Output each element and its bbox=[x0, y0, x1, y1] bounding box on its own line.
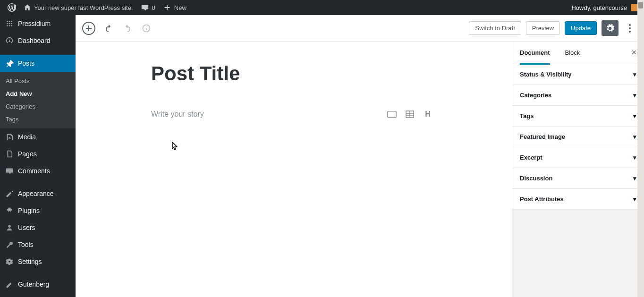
sidebar-item-settings[interactable]: Settings bbox=[0, 253, 76, 270]
submenu-tags[interactable]: Tags bbox=[0, 113, 76, 126]
sidebar-item-tools[interactable]: Tools bbox=[0, 236, 76, 253]
sidebar-item-appearance[interactable]: Appearance bbox=[0, 185, 76, 202]
chevron-down-icon: ▾ bbox=[633, 112, 636, 119]
svg-point-7 bbox=[9, 25, 10, 26]
undo-button[interactable] bbox=[100, 20, 117, 37]
posts-submenu: All Posts Add New Categories Tags bbox=[0, 72, 76, 128]
sidebar-item-plugins[interactable]: Plugins bbox=[0, 202, 76, 219]
insert-heading-icon[interactable]: H bbox=[423, 110, 432, 119]
appearance-icon bbox=[5, 189, 14, 198]
svg-point-1 bbox=[9, 21, 10, 22]
sidebar-item-dashboard[interactable]: Dashboard bbox=[0, 32, 76, 49]
plus-icon bbox=[163, 3, 171, 12]
svg-point-13 bbox=[629, 27, 631, 29]
window-scrollbar[interactable] bbox=[637, 0, 644, 297]
panel-section-post-attributes[interactable]: Post Attributes ▾ bbox=[512, 189, 644, 210]
sidebar-item-label: Tools bbox=[18, 241, 34, 248]
panel-section-label: Excerpt bbox=[520, 154, 542, 161]
svg-point-8 bbox=[11, 25, 12, 26]
sidebar-item-gutenberg[interactable]: Gutenberg bbox=[0, 276, 76, 293]
block-placeholder[interactable]: Write your story bbox=[151, 110, 204, 119]
new-content-menu[interactable]: New bbox=[159, 0, 190, 15]
panel-section-label: Categories bbox=[520, 92, 551, 99]
sidebar-item-media[interactable]: Media bbox=[0, 128, 76, 145]
redo-button[interactable] bbox=[119, 20, 136, 37]
panel-section-discussion[interactable]: Discussion ▾ bbox=[512, 168, 644, 189]
gutenberg-icon bbox=[5, 280, 14, 289]
chevron-down-icon: ▾ bbox=[633, 71, 636, 78]
sidebar-item-label: Posts bbox=[18, 59, 34, 67]
cursor-icon bbox=[172, 142, 178, 153]
svg-point-6 bbox=[7, 25, 8, 26]
svg-point-5 bbox=[11, 23, 12, 25]
chevron-down-icon: ▾ bbox=[633, 175, 636, 182]
panel-section-label: Featured Image bbox=[520, 133, 565, 140]
sidebar-item-comments[interactable]: Comments bbox=[0, 162, 76, 179]
sidebar-item-posts[interactable]: Posts bbox=[0, 55, 76, 72]
info-button[interactable] bbox=[138, 20, 155, 37]
editor-toolbar: Switch to Draft Preview Update bbox=[76, 15, 644, 42]
insert-table-icon[interactable] bbox=[405, 110, 415, 119]
sidebar-item-users[interactable]: Users bbox=[0, 219, 76, 236]
admin-bar: Your new super fast WordPress site. 0 Ne… bbox=[0, 0, 644, 15]
pressidium-icon bbox=[5, 19, 14, 28]
editor-main: Switch to Draft Preview Update Write you… bbox=[76, 15, 644, 297]
sidebar-item-label: Dashboard bbox=[18, 37, 51, 44]
svg-point-14 bbox=[629, 31, 631, 33]
sidebar-item-label: Settings bbox=[18, 258, 42, 265]
settings-panel: Document Block × Status & Visibility ▾ C… bbox=[512, 42, 644, 297]
submenu-categories[interactable]: Categories bbox=[0, 100, 76, 113]
svg-point-3 bbox=[7, 23, 8, 25]
more-menu-button[interactable] bbox=[623, 20, 636, 37]
sidebar-item-label: Media bbox=[18, 133, 36, 141]
howdy-text: Howdy, gutencourse bbox=[571, 4, 627, 11]
comment-icon bbox=[141, 3, 149, 12]
svg-rect-15 bbox=[388, 111, 396, 118]
sidebar-item-pressidium[interactable]: Pressidium bbox=[0, 15, 76, 32]
sidebar-item-label: Users bbox=[18, 224, 35, 231]
scrollbar-thumb[interactable] bbox=[638, 2, 643, 8]
plugins-icon bbox=[5, 206, 14, 215]
post-title-input[interactable] bbox=[151, 60, 436, 87]
comments-menu[interactable]: 0 bbox=[137, 0, 159, 15]
new-content-label: New bbox=[174, 4, 186, 11]
tab-block[interactable]: Block bbox=[558, 42, 588, 64]
submenu-add-new[interactable]: Add New bbox=[0, 87, 76, 100]
panel-section-status[interactable]: Status & Visibility ▾ bbox=[512, 64, 644, 85]
tools-icon bbox=[5, 240, 14, 249]
sidebar-item-pages[interactable]: Pages bbox=[0, 145, 76, 162]
site-name-menu[interactable]: Your new super fast WordPress site. bbox=[20, 0, 137, 15]
sidebar-item-label: Pressidium bbox=[18, 20, 51, 27]
panel-section-excerpt[interactable]: Excerpt ▾ bbox=[512, 147, 644, 168]
settings-toggle-button[interactable] bbox=[602, 20, 619, 36]
chevron-down-icon: ▾ bbox=[633, 92, 636, 99]
svg-point-12 bbox=[629, 24, 631, 26]
wp-logo-menu[interactable] bbox=[4, 0, 20, 15]
tab-document[interactable]: Document bbox=[512, 42, 558, 64]
panel-section-categories[interactable]: Categories ▾ bbox=[512, 85, 644, 106]
comments-icon bbox=[5, 166, 14, 176]
pages-icon bbox=[5, 149, 14, 159]
sidebar-item-label: Appearance bbox=[18, 190, 54, 197]
switch-to-draft-button[interactable]: Switch to Draft bbox=[469, 21, 521, 35]
sidebar-item-label: Gutenberg bbox=[18, 280, 49, 288]
pin-icon bbox=[5, 59, 14, 68]
update-button[interactable]: Update bbox=[565, 21, 597, 35]
insert-image-icon[interactable] bbox=[387, 110, 397, 119]
panel-section-featured-image[interactable]: Featured Image ▾ bbox=[512, 127, 644, 147]
editor-canvas[interactable]: Write your story H bbox=[76, 42, 512, 297]
submenu-all-posts[interactable]: All Posts bbox=[0, 75, 76, 87]
chevron-down-icon: ▾ bbox=[633, 154, 636, 161]
home-icon bbox=[24, 4, 31, 11]
panel-section-label: Discussion bbox=[520, 175, 552, 182]
account-menu[interactable]: Howdy, gutencourse bbox=[571, 4, 640, 11]
dashboard-icon bbox=[5, 36, 14, 45]
panel-section-tags[interactable]: Tags ▾ bbox=[512, 106, 644, 127]
users-icon bbox=[5, 223, 14, 232]
add-block-button[interactable] bbox=[82, 22, 95, 35]
panel-section-label: Status & Visibility bbox=[520, 71, 572, 78]
preview-button[interactable]: Preview bbox=[526, 21, 560, 35]
svg-point-4 bbox=[9, 23, 10, 25]
chevron-down-icon: ▾ bbox=[633, 133, 636, 140]
panel-section-label: Tags bbox=[520, 112, 534, 119]
